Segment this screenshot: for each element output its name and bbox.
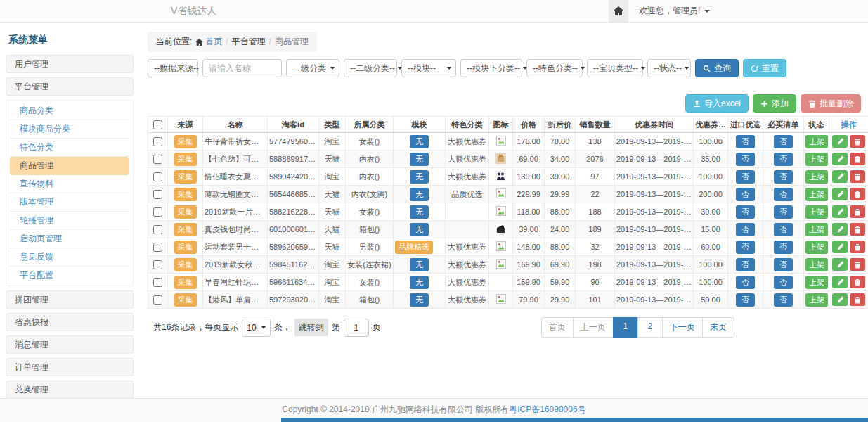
- import-optimal-toggle[interactable]: 否: [736, 205, 755, 219]
- status-toggle[interactable]: 上架: [805, 258, 828, 271]
- import-optimal-toggle[interactable]: 否: [736, 135, 755, 148]
- sidebar-item-user-management[interactable]: 用户管理: [6, 55, 134, 73]
- edit-button[interactable]: [832, 276, 848, 288]
- pager-button-1[interactable]: 1: [613, 317, 638, 338]
- must-buy-toggle[interactable]: 否: [774, 170, 793, 184]
- level2-category-select[interactable]: --二级分类--: [344, 59, 397, 77]
- edit-button[interactable]: [832, 241, 848, 253]
- sidebar-subitem-module-goods-category[interactable]: 模块商品分类: [10, 120, 129, 139]
- sidebar-item-group-buy-management[interactable]: 拼团管理: [6, 290, 134, 309]
- must-buy-toggle[interactable]: 否: [774, 135, 793, 148]
- name-input[interactable]: [202, 59, 282, 77]
- delete-button[interactable]: [850, 223, 865, 236]
- sidebar-subitem-promo-materials[interactable]: 宣传物料: [10, 175, 129, 193]
- row-checkbox[interactable]: [153, 137, 162, 146]
- delete-button[interactable]: [850, 293, 865, 306]
- must-buy-toggle[interactable]: 否: [774, 241, 793, 254]
- edit-button[interactable]: [832, 293, 848, 306]
- sidebar-subitem-feedback[interactable]: 意见反馈: [10, 248, 129, 267]
- status-toggle[interactable]: 上架: [805, 170, 828, 184]
- row-checkbox[interactable]: [153, 295, 162, 305]
- add-button[interactable]: 添加: [753, 94, 796, 113]
- sidebar-subitem-platform-config[interactable]: 平台配置: [10, 267, 129, 284]
- reset-button[interactable]: 重置: [743, 59, 786, 77]
- pager-button-末页[interactable]: 末页: [702, 317, 734, 338]
- sidebar-subitem-splash-page-management[interactable]: 启动页管理: [10, 230, 129, 248]
- import-optimal-toggle[interactable]: 否: [736, 276, 755, 289]
- pager-button-下一页[interactable]: 下一页: [662, 317, 703, 338]
- status-toggle[interactable]: 上架: [805, 205, 828, 219]
- row-checkbox[interactable]: [153, 278, 162, 287]
- edit-button[interactable]: [832, 153, 848, 165]
- sidebar-subitem-feature-category[interactable]: 特色分类: [10, 139, 129, 157]
- delete-button[interactable]: [850, 276, 865, 288]
- search-button[interactable]: 查询: [695, 59, 739, 77]
- module-none-badge[interactable]: 无: [410, 135, 429, 148]
- edit-button[interactable]: [832, 188, 848, 200]
- sidebar-item-order-management[interactable]: 订单管理: [6, 358, 134, 376]
- must-buy-toggle[interactable]: 否: [774, 258, 793, 271]
- status-toggle[interactable]: 上架: [805, 135, 828, 148]
- sidebar-subitem-carousel-management[interactable]: 轮播管理: [10, 212, 129, 230]
- page-number-input[interactable]: [344, 319, 369, 337]
- import-optimal-toggle[interactable]: 否: [736, 153, 755, 166]
- select-all-checkbox[interactable]: [153, 120, 162, 129]
- row-checkbox[interactable]: [153, 207, 162, 217]
- delete-button[interactable]: [850, 205, 865, 218]
- delete-button[interactable]: [850, 241, 865, 253]
- row-checkbox[interactable]: [153, 190, 162, 199]
- module-none-badge[interactable]: 无: [410, 170, 429, 184]
- sidebar-item-platform-management[interactable]: 平台管理: [6, 77, 134, 96]
- sidebar-item-exchange-management[interactable]: 兑换管理: [6, 381, 134, 398]
- sidebar-subitem-goods-management[interactable]: 商品管理: [10, 157, 129, 175]
- import-optimal-toggle[interactable]: 否: [736, 258, 755, 271]
- delete-button[interactable]: [850, 170, 865, 183]
- module-none-badge[interactable]: 无: [410, 258, 429, 271]
- pager-button-2[interactable]: 2: [637, 317, 663, 338]
- edit-button[interactable]: [832, 205, 848, 218]
- status-toggle[interactable]: 上架: [805, 223, 828, 236]
- must-buy-toggle[interactable]: 否: [774, 276, 793, 289]
- delete-button[interactable]: [850, 135, 865, 148]
- import-excel-button[interactable]: 导入excel: [685, 94, 749, 113]
- must-buy-toggle[interactable]: 否: [774, 205, 793, 219]
- delete-button[interactable]: [850, 258, 865, 271]
- edit-button[interactable]: [832, 135, 848, 148]
- user-menu[interactable]: 欢迎您，管理员!: [628, 0, 720, 22]
- module-none-badge[interactable]: 无: [410, 188, 429, 201]
- home-button[interactable]: [609, 0, 628, 22]
- module-subcategory-select[interactable]: --模块下分类--: [460, 59, 522, 77]
- feature-category-select[interactable]: --特色分类--: [526, 59, 583, 77]
- per-page-select[interactable]: 10: [242, 319, 270, 337]
- delete-button[interactable]: [850, 188, 865, 200]
- jump-button[interactable]: 跳转到: [294, 319, 328, 336]
- module-none-badge[interactable]: 无: [410, 153, 429, 166]
- import-optimal-toggle[interactable]: 否: [736, 223, 755, 236]
- import-optimal-toggle[interactable]: 否: [736, 188, 755, 201]
- status-toggle[interactable]: 上架: [805, 153, 828, 166]
- module-none-badge[interactable]: 无: [410, 223, 429, 236]
- module-select[interactable]: --模块--: [401, 59, 456, 77]
- row-checkbox[interactable]: [153, 260, 162, 269]
- row-checkbox[interactable]: [153, 225, 162, 234]
- item-type-select[interactable]: --宝贝类型--: [587, 59, 643, 77]
- row-checkbox[interactable]: [153, 172, 162, 181]
- sidebar-item-message-management[interactable]: 消息管理: [6, 335, 134, 354]
- level1-category-select[interactable]: 一级分类: [286, 59, 339, 77]
- status-toggle[interactable]: 上架: [805, 188, 828, 201]
- icp-link[interactable]: 粤ICP备16098006号: [509, 404, 585, 414]
- must-buy-toggle[interactable]: 否: [774, 293, 793, 307]
- breadcrumb-home-link[interactable]: 首页: [205, 37, 222, 46]
- module-none-badge[interactable]: 无: [410, 293, 429, 307]
- status-toggle[interactable]: 上架: [805, 276, 828, 289]
- data-source-select[interactable]: --数据来源--: [148, 59, 198, 77]
- import-optimal-toggle[interactable]: 否: [736, 241, 755, 254]
- sidebar-item-saving-express[interactable]: 省惠快报: [6, 313, 134, 331]
- status-toggle[interactable]: 上架: [805, 241, 828, 254]
- edit-button[interactable]: [832, 258, 848, 271]
- import-optimal-toggle[interactable]: 否: [736, 293, 755, 307]
- row-checkbox[interactable]: [153, 155, 162, 164]
- must-buy-toggle[interactable]: 否: [774, 153, 793, 166]
- edit-button[interactable]: [832, 170, 848, 183]
- delete-button[interactable]: [850, 153, 865, 165]
